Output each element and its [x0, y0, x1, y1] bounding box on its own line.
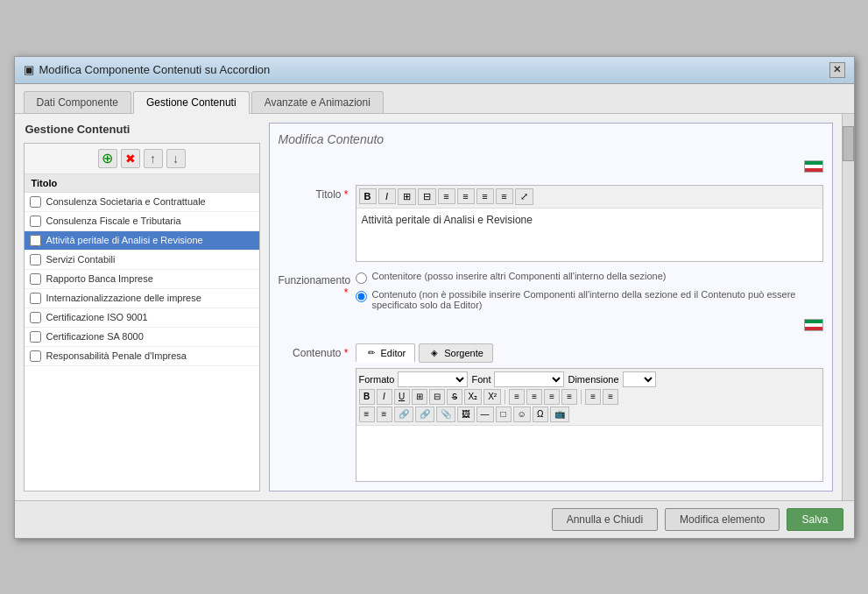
- dimensione-select[interactable]: [623, 371, 656, 387]
- align-justify-button[interactable]: ≡: [561, 389, 577, 405]
- title-bold-button[interactable]: B: [359, 188, 377, 204]
- list-item[interactable]: Internazionalizzazione delle imprese: [25, 289, 259, 308]
- title-align-center-button[interactable]: ≡: [457, 188, 475, 204]
- align-center-button[interactable]: ≡: [526, 389, 542, 405]
- link-button[interactable]: 🔗: [394, 407, 413, 422]
- editor-toolbar: Formato Font Dimensione: [356, 369, 822, 426]
- funzionamento-label: Funzionamento *: [279, 271, 349, 299]
- bold-button[interactable]: B: [359, 389, 375, 405]
- list-item-checkbox[interactable]: [30, 331, 41, 343]
- cancel-button[interactable]: Annulla e Chiudi: [552, 508, 658, 531]
- required-mark3: *: [344, 347, 349, 359]
- contenuto-label: Contenuto *: [279, 343, 349, 359]
- dialog: ▣ Modifica Componente Contenuti su Accor…: [14, 56, 855, 539]
- list-toolbar: ⊕ ✖ ↑ ↓: [25, 144, 259, 174]
- list-item-checkbox[interactable]: [30, 196, 41, 208]
- align-left-button[interactable]: ≡: [509, 389, 525, 405]
- font-select[interactable]: [494, 371, 564, 387]
- modifica-box: Modifica Contenuto Titolo * B: [269, 123, 833, 491]
- title-align-left-button[interactable]: ≡: [438, 188, 455, 204]
- color-grid-button[interactable]: ⊞: [412, 389, 427, 405]
- close-button[interactable]: ✕: [829, 62, 845, 78]
- formato-select[interactable]: [398, 371, 468, 387]
- title-align-justify-button[interactable]: ≡: [496, 188, 513, 204]
- radio-contenuto-label: Contenuto (non è possibile inserire Comp…: [372, 289, 823, 310]
- scrollbar[interactable]: [842, 114, 854, 500]
- list-item[interactable]: Servizi Contabili: [25, 251, 259, 270]
- tab-avanzate-animazioni[interactable]: Avanzate e Animazioni: [251, 91, 384, 113]
- anchor-button[interactable]: 📎: [436, 407, 455, 422]
- list-item-label: Consulenza Fiscale e Tributaria: [46, 216, 181, 226]
- scroll-thumb[interactable]: [843, 126, 854, 161]
- radio-contenuto[interactable]: [356, 291, 367, 302]
- move-down-button[interactable]: ↓: [166, 149, 186, 168]
- title-italic-button[interactable]: I: [378, 188, 396, 204]
- outdent-button[interactable]: ≡: [603, 389, 618, 405]
- radio-contenitore[interactable]: [356, 272, 367, 284]
- tab-dati-componente[interactable]: Dati Componente: [24, 91, 131, 113]
- list-item[interactable]: Consulenza Societaria e Contrattuale: [25, 193, 259, 212]
- table-button[interactable]: ⊟: [429, 389, 445, 405]
- video-button[interactable]: 📺: [550, 407, 569, 422]
- list-item-label: Rapporto Banca Imprese: [46, 273, 153, 284]
- list-item-label: Internazionalizzazione delle imprese: [46, 293, 201, 303]
- list-item[interactable]: Consulenza Fiscale e Tributaria: [25, 212, 259, 231]
- strikethrough-button[interactable]: S̶: [447, 389, 462, 405]
- title-editor-wrap: B I ⊞ ⊟ ≡ ≡ ≡ ≡ ⤢ Attività peritale di A…: [356, 185, 823, 262]
- dialog-title: ▣ Modifica Componente Contenuti su Accor…: [24, 63, 271, 76]
- move-up-button[interactable]: ↑: [144, 149, 163, 168]
- unlink-button[interactable]: 🔗: [415, 407, 434, 422]
- italian-flag-icon-2: [804, 319, 823, 331]
- hline-button[interactable]: —: [476, 407, 494, 422]
- add-item-button[interactable]: ⊕: [98, 149, 117, 168]
- list-item[interactable]: Certificazione SA 8000: [25, 328, 259, 347]
- special-char-button[interactable]: Ω: [533, 407, 548, 422]
- editor-tab-label: Editor: [381, 348, 406, 358]
- modify-button[interactable]: Modifica elemento: [665, 508, 780, 531]
- list-item-selected[interactable]: Attività peritale di Analisi e Revisione: [25, 231, 259, 251]
- title-grid2-button[interactable]: ⊟: [418, 188, 436, 205]
- emoticon-button[interactable]: ☺: [513, 407, 531, 422]
- list-items: Consulenza Societaria e Contrattuale Con…: [25, 193, 259, 491]
- indent-button[interactable]: ≡: [585, 389, 601, 405]
- editor-tab-sorgente[interactable]: ◈ Sorgente: [419, 343, 493, 363]
- list-item-checkbox[interactable]: [30, 350, 41, 362]
- title-align-right-button[interactable]: ≡: [476, 188, 494, 204]
- title-grid1-button[interactable]: ⊞: [398, 188, 416, 205]
- list-item-checkbox[interactable]: [30, 273, 41, 285]
- list-item-checkbox[interactable]: [30, 216, 41, 227]
- formato-label: Formato: [359, 374, 395, 385]
- table2-button[interactable]: □: [496, 407, 512, 422]
- list-item-checkbox[interactable]: [30, 254, 41, 265]
- superscript-button[interactable]: X²: [483, 389, 501, 405]
- list-item-label: Certificazione SA 8000: [46, 331, 144, 342]
- list-item[interactable]: Rapporto Banca Imprese: [25, 270, 259, 289]
- toolbar-row-format: B I U ⊞ ⊟ S̶ X₂ X²: [359, 389, 820, 405]
- list-item-label: Certificazione ISO 9001: [46, 312, 148, 322]
- list-item[interactable]: Certificazione ISO 9001: [25, 308, 259, 328]
- image-button[interactable]: 🖼: [457, 407, 475, 422]
- dialog-titlebar: ▣ Modifica Componente Contenuti su Accor…: [15, 57, 854, 84]
- flag-row-contenuto: [279, 319, 823, 331]
- toolbar-separator: [505, 390, 505, 404]
- ordered-list-button[interactable]: ≡: [359, 407, 375, 422]
- window-icon: ▣: [24, 63, 34, 76]
- title-content[interactable]: Attività peritale di Analisi e Revisione: [356, 209, 822, 261]
- underline-button[interactable]: U: [394, 389, 410, 405]
- title-expand-button[interactable]: ⤢: [515, 188, 533, 205]
- list-item-checkbox[interactable]: [30, 293, 41, 304]
- subscript-button[interactable]: X₂: [464, 389, 483, 405]
- italian-flag-icon: [804, 160, 823, 173]
- save-button[interactable]: Salva: [787, 508, 843, 531]
- list-item-checkbox[interactable]: [30, 235, 41, 246]
- list-item-checkbox[interactable]: [30, 312, 41, 323]
- editor-tab-editor[interactable]: ✏ Editor: [356, 343, 416, 363]
- italic-button[interactable]: I: [377, 389, 392, 405]
- align-right-button[interactable]: ≡: [544, 389, 560, 405]
- radio-contenitore-label: Contenitore (posso inserire altri Compon…: [372, 271, 667, 281]
- tab-gestione-contenuti[interactable]: Gestione Contenuti: [133, 91, 250, 114]
- delete-item-button[interactable]: ✖: [121, 149, 140, 168]
- modifica-title: Modifica Contenuto: [279, 132, 823, 146]
- list-item[interactable]: Responsabilità Penale d'Impresa: [25, 347, 259, 366]
- unordered-list-button[interactable]: ≡: [377, 407, 392, 422]
